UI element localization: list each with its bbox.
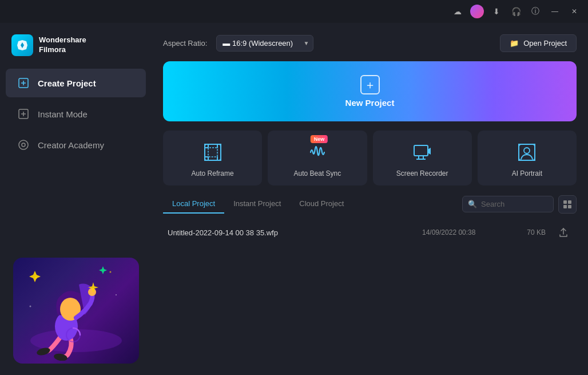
svg-rect-30	[568, 205, 571, 208]
screen-recorder-icon	[411, 141, 434, 164]
svg-rect-20	[208, 148, 217, 157]
minimize-button[interactable]: —	[547, 3, 563, 19]
info-icon[interactable]: ⓘ	[527, 3, 543, 19]
brand-sub: Filmora	[39, 45, 86, 55]
svg-point-11	[116, 294, 117, 295]
new-badge: New	[311, 135, 328, 143]
instant-mode-icon	[17, 108, 30, 120]
ai-portrait-icon	[515, 141, 538, 164]
headphone-icon[interactable]: 🎧	[508, 3, 524, 19]
svg-rect-21	[414, 145, 428, 156]
create-project-label: Create Project	[38, 78, 96, 88]
project-filename: Untitled-2022-09-14 00 38 35.wfp	[168, 228, 413, 237]
tab-local-project[interactable]: Local Project	[163, 195, 224, 214]
ai-portrait-label: AI Portrait	[512, 169, 542, 177]
auto-reframe-icon	[201, 141, 224, 164]
aspect-ratio-label: Aspect Ratio:	[163, 39, 207, 48]
new-project-banner[interactable]: ＋ New Project	[163, 61, 577, 121]
feature-card-auto-reframe[interactable]: Auto Reframe	[163, 131, 262, 185]
feature-card-auto-beat-sync[interactable]: New Auto Beat Sync	[268, 131, 367, 185]
projects-section: Local Project Instant Project Cloud Proj…	[163, 195, 577, 364]
illustration-container	[13, 258, 139, 364]
content-area: Aspect Ratio: ▬ 16:9 (Widescreen) 9:16 (…	[152, 23, 588, 375]
grid-view-button[interactable]	[558, 195, 577, 214]
logo-area: Wondershare Filmora	[0, 29, 152, 68]
brand-name: Wondershare	[39, 35, 86, 45]
titlebar: ☁ ⬇ 🎧 ⓘ — ✕	[0, 0, 588, 23]
new-project-plus-icon: ＋	[360, 75, 380, 94]
logo-text: Wondershare Filmora	[39, 35, 86, 55]
projects-header: Local Project Instant Project Cloud Proj…	[163, 195, 577, 214]
creator-academy-icon	[17, 139, 30, 151]
creator-academy-label: Creator Academy	[38, 140, 104, 150]
project-size: 70 KB	[511, 228, 546, 236]
search-input[interactable]	[462, 196, 554, 212]
sidebar-item-instant-mode[interactable]: Instant Mode	[6, 100, 146, 128]
open-project-label: Open Project	[523, 39, 567, 48]
svg-point-6	[19, 140, 28, 149]
cloud-icon[interactable]: ☁	[450, 3, 466, 19]
tab-cloud-project[interactable]: Cloud Project	[290, 195, 353, 214]
download-icon[interactable]: ⬇	[488, 3, 504, 19]
svg-rect-28	[568, 200, 571, 204]
svg-point-17	[88, 288, 96, 296]
sidebar-item-create-project[interactable]: Create Project	[6, 69, 146, 97]
svg-point-26	[524, 148, 530, 153]
app-logo	[11, 34, 33, 56]
svg-point-10	[109, 271, 111, 273]
project-date: 14/09/2022 00:38	[422, 228, 502, 236]
close-button[interactable]: ✕	[566, 3, 582, 19]
feature-cards: Auto Reframe New Auto Beat Sync	[163, 131, 577, 185]
aspect-ratio-select[interactable]: ▬ 16:9 (Widescreen) 9:16 (Portrait) 1:1 …	[216, 35, 313, 52]
auto-beat-sync-label: Auto Beat Sync	[294, 169, 341, 177]
svg-rect-29	[563, 205, 567, 208]
tab-instant-project[interactable]: Instant Project	[224, 195, 290, 214]
sidebar-illustration	[0, 252, 152, 369]
upload-icon[interactable]	[555, 227, 572, 238]
auto-reframe-label: Auto Reframe	[192, 169, 234, 177]
project-list: Untitled-2022-09-14 00 38 35.wfp 14/09/2…	[163, 220, 577, 244]
screen-recorder-label: Screen Recorder	[396, 169, 448, 177]
search-wrap: 🔍	[462, 195, 577, 214]
folder-icon: 📁	[510, 39, 519, 48]
svg-point-7	[22, 143, 25, 147]
main-layout: Wondershare Filmora Create Project	[0, 23, 588, 375]
create-project-icon	[17, 77, 30, 89]
svg-rect-19	[205, 144, 221, 160]
new-project-label: New Project	[345, 98, 395, 108]
feature-card-ai-portrait[interactable]: AI Portrait	[478, 131, 577, 185]
instant-mode-label: Instant Mode	[38, 109, 88, 119]
sidebar: Wondershare Filmora Create Project	[0, 23, 152, 375]
search-input-wrap: 🔍	[462, 196, 554, 212]
svg-point-12	[29, 306, 31, 307]
sidebar-item-creator-academy[interactable]: Creator Academy	[6, 131, 146, 159]
aspect-bar: Aspect Ratio: ▬ 16:9 (Widescreen) 9:16 (…	[163, 34, 577, 52]
avatar-icon[interactable]	[469, 3, 485, 19]
open-project-button[interactable]: 📁 Open Project	[500, 34, 577, 52]
auto-beat-sync-icon	[306, 141, 329, 164]
feature-card-screen-recorder[interactable]: Screen Recorder	[373, 131, 472, 185]
aspect-ratio-select-wrap[interactable]: ▬ 16:9 (Widescreen) 9:16 (Portrait) 1:1 …	[216, 35, 313, 52]
svg-rect-27	[563, 200, 567, 204]
table-row[interactable]: Untitled-2022-09-14 00 38 35.wfp 14/09/2…	[163, 220, 577, 244]
